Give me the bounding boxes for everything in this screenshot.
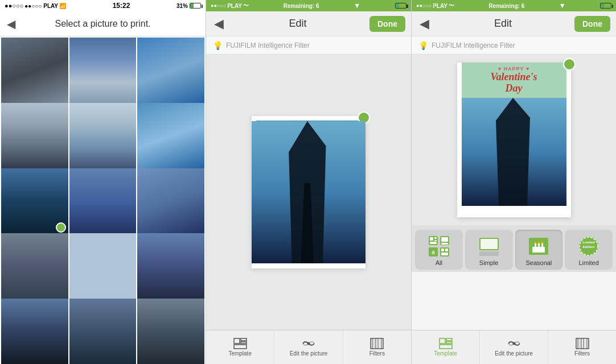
svg-rect-34	[541, 243, 543, 247]
battery-3	[600, 3, 611, 9]
svg-rect-28	[481, 239, 498, 249]
done-button-3[interactable]: Done	[574, 16, 610, 32]
toolbar-edit-3[interactable]: Edit the picture	[480, 330, 548, 364]
all-label: All	[436, 259, 442, 266]
frame-photo-2	[256, 121, 361, 251]
edit-navbar-3: ◀ Edit Done	[412, 11, 616, 36]
svg-point-35	[535, 241, 536, 243]
svg-rect-48	[578, 338, 581, 349]
toolbar-filters-3[interactable]: Filters	[548, 330, 616, 364]
frame-badge-3	[563, 58, 576, 71]
bulb-icon-2: 💡	[213, 41, 223, 50]
carrier-name-2: PLAY	[227, 3, 242, 9]
panel-photo-select: ●●○○○ ●●○○○ PLAY 📶 15:22 31% ◀ Select a …	[0, 0, 206, 364]
status-bar-3: ●●○○○ PLAY 〜 Remaining: 6 ▼	[412, 0, 616, 11]
wifi-3: 〜	[449, 2, 454, 10]
svg-marker-12	[496, 98, 530, 206]
photo-svg-3	[462, 98, 566, 206]
category-seasonal[interactable]: Seasonal	[515, 230, 563, 270]
svg-rect-17	[430, 242, 437, 244]
edit-navbar-2: ◀ Edit Done	[206, 11, 411, 36]
edit-icon-2	[301, 338, 316, 349]
wifi-icon: 📶	[59, 3, 66, 9]
photo-thumb-14[interactable]	[69, 299, 137, 364]
photo-thumb-11[interactable]	[69, 233, 137, 300]
svg-rect-24	[441, 249, 444, 251]
photo-thumb-15[interactable]	[137, 299, 204, 364]
template-icon-2	[233, 338, 247, 349]
photo-thumb-5[interactable]	[69, 103, 137, 170]
photo-thumb-12[interactable]	[137, 233, 204, 300]
carrier-signal: ●●○○○ ●●○○○ PLAY 📶	[5, 2, 66, 9]
photo-thumb-10[interactable]	[1, 233, 68, 300]
carrier-2: ●●○○○ PLAY 〜	[211, 2, 249, 10]
dropdown-arrow-3[interactable]: ▼	[559, 2, 566, 10]
edit-title-2: Edit	[289, 18, 306, 30]
back-button-2[interactable]: ◀	[212, 14, 226, 34]
svg-point-7	[307, 342, 310, 345]
photo-grid	[0, 36, 206, 364]
toolbar-filters-2[interactable]: Filters	[343, 330, 411, 364]
photo-thumb-1[interactable]	[1, 38, 68, 105]
dropdown-arrow-2[interactable]: ▼	[354, 2, 360, 10]
status-bar-2: ●●○○○ PLAY 〜 Remaining: 6 ▼	[206, 0, 411, 11]
filters-icon-3	[576, 338, 589, 349]
battery-2	[395, 3, 406, 9]
photo-frame-3: ♥ HAPPY ♥ Valentine'sDay	[457, 63, 571, 217]
svg-rect-31	[532, 247, 545, 253]
all-icon: a	[428, 235, 450, 258]
edit-title-3: Edit	[494, 18, 512, 30]
carrier-3: ●●○○○ PLAY 〜	[416, 2, 454, 10]
edit-icon-3	[507, 338, 521, 349]
svg-rect-15	[434, 237, 437, 239]
svg-rect-49	[584, 338, 587, 349]
battery-icon	[190, 3, 201, 9]
bottom-toolbar-2: Template Edit the picture Filters	[206, 330, 411, 364]
fuji-text-2: FUJIFILM Intelligence Filter	[226, 42, 310, 49]
svg-rect-32	[535, 243, 536, 247]
photo-thumb-13[interactable]	[1, 299, 68, 364]
fuji-text-3: FUJIFILM Intelligence Filter	[432, 42, 515, 49]
photo-thumb-8[interactable]	[69, 168, 137, 235]
photo-thumb-3[interactable]	[137, 38, 204, 105]
signal-3: ●●○○○	[416, 3, 432, 9]
category-simple[interactable]: Simple	[465, 230, 513, 270]
toolbar-edit-2[interactable]: Edit the picture	[274, 330, 343, 364]
photo-thumb-2[interactable]	[69, 38, 137, 105]
back-button-3[interactable]: ◀	[417, 14, 432, 34]
back-button-1[interactable]: ◀	[7, 17, 15, 31]
svg-rect-16	[434, 240, 437, 241]
valentine-title: Valentine'sDay	[464, 72, 564, 94]
photo-thumb-9[interactable]	[137, 168, 204, 235]
panel-edit-template: ●●○○○ PLAY 〜 Remaining: 6 ▼ ◀ Edit Done …	[411, 0, 616, 364]
svg-rect-29	[479, 251, 499, 256]
category-limited[interactable]: Limited Edition Limited	[565, 230, 613, 270]
done-button-2[interactable]: Done	[369, 16, 405, 32]
photo-thumb-7[interactable]	[1, 168, 68, 235]
svg-text:a: a	[432, 249, 435, 255]
photo-svg-2	[252, 116, 366, 268]
toolbar-filters-label-2: Filters	[369, 350, 385, 357]
toolbar-filters-label-3: Filters	[574, 350, 590, 357]
selected-badge-7	[56, 222, 66, 233]
status-time: 15:22	[113, 2, 130, 10]
svg-rect-21	[441, 237, 448, 242]
toolbar-template-2[interactable]: Template	[206, 330, 274, 364]
panel-edit-plain: ●●○○○ PLAY 〜 Remaining: 6 ▼ ◀ Edit Done …	[206, 0, 411, 364]
carrier-name: ●●○○○ PLAY	[24, 3, 58, 9]
bottom-toolbar-3: Template Edit the picture Filters	[412, 330, 616, 364]
nav-bar-1: ◀ Select a picture to print.	[0, 11, 206, 36]
fujifilm-bar-2: 💡 FUJIFILM Intelligence Filter	[206, 36, 411, 55]
toolbar-template-3[interactable]: Template	[412, 330, 480, 364]
toolbar-template-label-2: Template	[228, 350, 252, 357]
photo-thumb-4[interactable]	[1, 103, 68, 170]
carrier-name-3: PLAY	[433, 3, 447, 9]
template-icon-3	[439, 338, 453, 349]
simple-icon	[478, 235, 500, 258]
status-bar-1: ●●○○○ ●●○○○ PLAY 📶 15:22 31%	[0, 0, 206, 11]
svg-rect-6	[234, 345, 247, 349]
photo-preview-area-3: ♥ HAPPY ♥ Valentine'sDay	[412, 55, 616, 225]
battery-icon-2	[395, 3, 406, 9]
category-all[interactable]: a All	[415, 230, 463, 270]
photo-thumb-6[interactable]	[137, 103, 204, 170]
